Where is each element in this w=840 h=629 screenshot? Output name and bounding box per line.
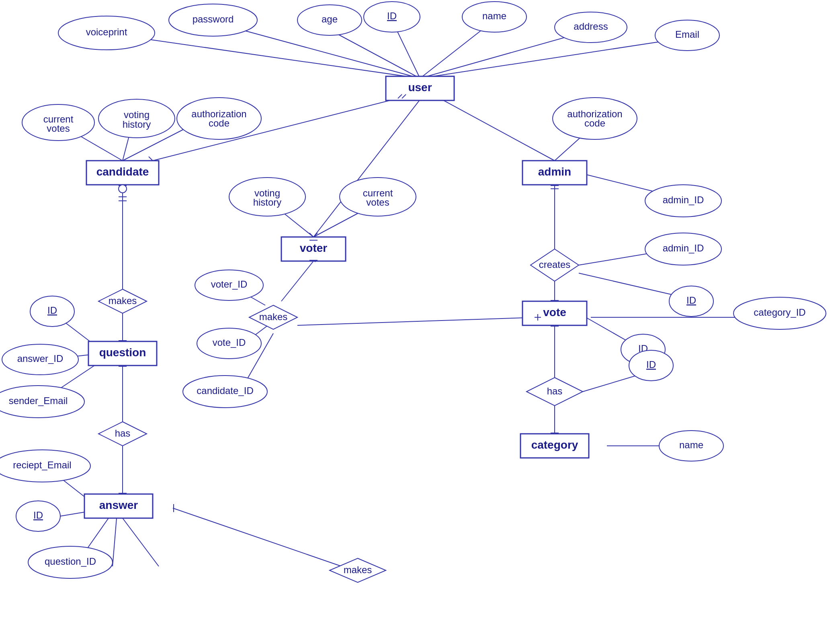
attr-category-id-label: category_ID: [754, 307, 805, 318]
attr-age-label: age: [322, 14, 338, 25]
attr-voter-id-label: voter_ID: [211, 279, 248, 290]
svg-line-36: [113, 518, 117, 566]
attr-voter-current-votes-label2: votes: [366, 197, 389, 208]
entity-candidate-label: candidate: [96, 165, 149, 178]
svg-line-58: [583, 374, 643, 392]
attr-reciept-email-label: reciept_Email: [13, 459, 71, 470]
attr-email-label: Email: [675, 29, 699, 40]
svg-line-50: [579, 273, 683, 297]
svg-line-59: [173, 508, 342, 566]
attr-candidate-id-label: candidate_ID: [197, 385, 253, 396]
cardinality-zero-candidate: [119, 185, 127, 193]
attr-sender-email-label: sender_Email: [9, 395, 68, 406]
rel-has-question-label: has: [115, 428, 131, 439]
entity-voter-label: voter: [300, 242, 328, 254]
attr-category-name-label: name: [679, 439, 703, 450]
attr-voter-voting-history-label2: history: [253, 197, 282, 208]
rel-has-vote-label: has: [547, 386, 563, 396]
attr-answer-id-label: answer_ID: [17, 353, 64, 364]
entity-user-label: user: [408, 81, 432, 94]
attr-address-label: address: [574, 21, 608, 32]
attr-cand-current-votes-label2: votes: [47, 123, 70, 134]
entity-question-label: question: [99, 346, 146, 359]
attr-answer-own-id-label: ID: [33, 510, 43, 521]
entity-answer-label: answer: [99, 499, 138, 511]
attr-password-label: password: [193, 14, 234, 25]
attr-user-id-label: ID: [387, 10, 397, 21]
svg-line-1: [121, 35, 420, 78]
attr-cand-auth-code-label2: code: [209, 118, 229, 129]
attr-cand-voting-history-label2: history: [123, 119, 151, 130]
entity-admin-label: admin: [538, 165, 571, 178]
attr-user-name-label: name: [482, 10, 506, 21]
attr-question-id-label: ID: [47, 305, 57, 316]
svg-line-38: [281, 261, 313, 301]
attr-vote-id-label: vote_ID: [213, 337, 246, 348]
rel-makes-answer-label: makes: [344, 564, 372, 575]
entity-vote-label: vote: [543, 306, 566, 319]
svg-line-11: [313, 100, 420, 237]
attr-admin-auth-code-label2: code: [584, 118, 605, 129]
attr-admin-id-label: admin_ID: [663, 194, 704, 205]
er-diagram: user candidate voter admin vote question…: [0, 0, 840, 629]
attr-voiceprint-label: voiceprint: [86, 27, 127, 37]
rel-makes-voter-label: makes: [259, 311, 288, 322]
attr-question-id2-label: question_ID: [45, 556, 96, 567]
svg-line-14: [442, 100, 555, 161]
attr-creates-admin-id-label: admin_ID: [663, 243, 704, 253]
attr-has-id-label: ID: [646, 359, 656, 370]
rel-creates-label: creates: [539, 259, 571, 270]
rel-makes-candidate-label: makes: [109, 295, 137, 306]
svg-line-37: [123, 518, 159, 566]
entity-category-label: category: [531, 439, 578, 451]
attr-cand-voting-history-label: voting: [124, 109, 150, 120]
svg-line-40: [297, 317, 539, 325]
attr-creates-id-label: ID: [686, 295, 696, 306]
svg-line-7: [420, 38, 683, 78]
